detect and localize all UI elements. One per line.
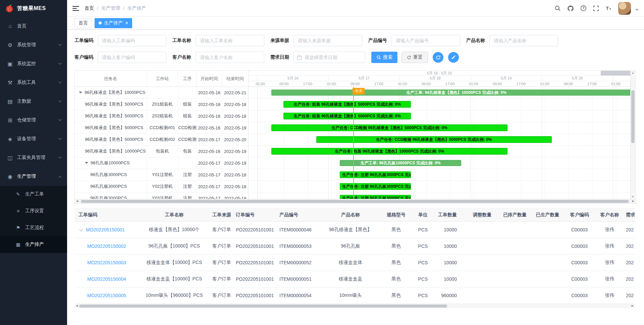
gantt-grid-row[interactable]: 96孔移液盒【黑色】5000PCSZ02组装机组装2022-05-162022-… (75, 110, 248, 122)
order-code-link[interactable]: MO202205150001 (86, 227, 125, 232)
collapse-triangle-icon[interactable] (79, 92, 82, 94)
gantt-grid-row[interactable]: 96孔移液盒【黑色】10000PCS2022-05-162022-05-21 (75, 87, 248, 99)
filter-input[interactable] (98, 35, 166, 46)
scroll-left-arrow-icon[interactable]: ◀ (76, 304, 78, 307)
gantt-bar-task[interactable]: 生产任务: 注塑 96孔孔板3000PCS 完成比例: 0% (340, 195, 411, 199)
filter-input[interactable] (391, 35, 460, 46)
gantt-bar-label: 生产工单: 96孔移液盒【黑色】10000PCS 完成比例: 0% (404, 90, 508, 96)
gantt-bar-project[interactable]: 生产工单: 96孔孔板10000PCS 完成比例: 0% (340, 160, 462, 166)
expand-chevron-icon[interactable] (79, 228, 83, 231)
scroll-right-arrow-icon[interactable]: ▶ (632, 200, 634, 203)
sidebar-item[interactable]: ◉生产管理 (0, 167, 67, 186)
breadcrumb-item[interactable]: 生产排产 (127, 5, 146, 11)
sidebar-subitem[interactable]: ≡工序设置 (0, 203, 67, 219)
gantt-bar-task[interactable]: 生产任务: CCD检测 96孔移液盒【黑色】5000PCS 完成比例: 0% (271, 124, 507, 131)
filter-label: 产品编号 (368, 38, 387, 44)
github-icon[interactable] (567, 5, 574, 12)
filter-label: 产品名称 (466, 38, 485, 44)
sidebar-item[interactable]: ▣系统监控 (0, 54, 67, 73)
gantt-bar-task[interactable]: 生产任务: 包装 96孔移液盒【黑色】10000PCS 完成比例: 0% (271, 148, 507, 155)
gantt-grid-row[interactable]: 96孔孔板3000PCSY01注塑机注塑2022-05-172022-05-18 (75, 169, 248, 181)
gantt-process-cell (178, 157, 197, 169)
timeline-hour-label: 01:00 (398, 82, 407, 86)
gantt-hscroll-thumb[interactable] (81, 200, 629, 203)
order-code-link[interactable]: MO202205150002 (87, 243, 126, 249)
order-code-link[interactable]: MO202205150003 (87, 260, 126, 265)
edit-schedule-button[interactable] (448, 52, 459, 63)
reset-button[interactable]: 重置 (401, 52, 428, 63)
gantt-horizontal-scrollbar[interactable]: ◀ ▶ (75, 199, 636, 203)
gantt-vscroll-thumb[interactable] (631, 90, 635, 143)
sidebar-item[interactable]: ⚙系统管理 (0, 36, 67, 54)
app-logo[interactable]: 苦糖果MES (0, 0, 67, 17)
search-button[interactable]: 搜索 (371, 52, 397, 63)
orders-horizontal-scrollbar[interactable]: ◀ ▶ (74, 304, 635, 308)
refresh-schedule-button[interactable] (433, 52, 443, 63)
text-input (98, 52, 166, 63)
filter-input[interactable] (489, 35, 558, 46)
gantt-bar-task[interactable]: 生产任务: 注塑 96孔孔板3000PCS 完成比例: 0% (340, 171, 411, 178)
help-icon[interactable]: ? (580, 5, 587, 11)
scroll-right-arrow-icon[interactable]: ▶ (632, 304, 634, 307)
tab-item[interactable]: 生产排产× (95, 18, 132, 28)
gantt-grid-row[interactable]: 96孔孔板10000PCS2022-05-172022-05-19 (75, 157, 248, 169)
gantt-bar-label: 生产任务: CCD检测 96孔移液盒【黑色】5000PCS 完成比例: 0% (330, 125, 449, 131)
font-size-icon[interactable]: TT (605, 5, 612, 11)
gantt-grid-row[interactable]: 96孔移液盒【黑色】10000PCS包装机包装2022-05-162022-05… (75, 146, 248, 157)
collapse-triangle-icon[interactable] (85, 162, 88, 164)
order-code-link[interactable]: MO202205150004 (87, 276, 126, 282)
tab-item[interactable]: 首页 (74, 18, 92, 28)
gantt-bar-task[interactable]: 生产任务: 注塑 96孔孔板3000PCS 完成比例: 0% (340, 183, 411, 190)
gantt-grid-row[interactable]: 96孔移液盒【黑色】5000PCSCCD检测#01CCD检测2022-05-16… (75, 122, 248, 134)
scroll-down-arrow-icon[interactable]: ▼ (631, 195, 635, 198)
gantt-bar-task[interactable]: 生产任务: 组装 96孔移液盒【黑色】5000PCS 完成比例: 0% (283, 113, 411, 119)
sidebar-subitem[interactable]: ✎生产工单 (0, 186, 67, 203)
sidebar-item[interactable]: ⊞仓储管理 (0, 111, 67, 129)
scheduling-icon: ▦ (14, 242, 22, 247)
search-icon[interactable] (554, 5, 561, 11)
gantt-grid-row[interactable]: 96孔孔板3000PCSY03注塑机注塑2022-05-172022-05-18 (75, 193, 248, 199)
sidebar-item[interactable]: ◈设备管理 (0, 129, 67, 148)
filter-input[interactable] (293, 52, 365, 63)
order-cell: 10000 (434, 271, 466, 287)
craft-flow-icon: ⚑ (14, 225, 22, 230)
scroll-left-arrow-icon[interactable]: ◀ (76, 200, 78, 203)
gantt-bar-label: 生产任务: 注塑 96孔孔板3000PCS 完成比例: 0% (340, 196, 411, 199)
sidebar-subitem[interactable]: ⚑工艺流程 (0, 219, 67, 236)
gantt-grid-row[interactable]: 96孔移液盒【黑色】5000PCSZ01组装机组装2022-05-162022-… (75, 99, 248, 110)
scroll-up-arrow-icon[interactable]: ▲ (631, 71, 635, 74)
sidebar-item[interactable]: ⚒系统工具 (0, 73, 67, 92)
sidebar-subitem[interactable]: ▦生产排产 (0, 236, 67, 253)
sidebar-toggle-icon[interactable] (72, 5, 79, 11)
filter-input[interactable] (196, 35, 264, 46)
chevron-down-icon (58, 136, 62, 140)
sidebar-item[interactable]: ⌂首页 (0, 17, 67, 36)
filter-input[interactable] (98, 52, 166, 63)
gantt-task-name-cell: 96孔移液盒【黑色】10000PCS (75, 146, 147, 157)
orders-column-header: 工单编码 (74, 209, 138, 221)
sidebar-subitem-label: 工序设置 (25, 208, 67, 214)
user-avatar[interactable] (618, 2, 631, 15)
sidebar-item[interactable]: ▤主数据 (0, 92, 67, 111)
order-code-link[interactable]: MO202205150005 (87, 293, 126, 298)
gantt-bar-task[interactable]: 生产任务: 组装 96孔移液盒【黑色】5000PCS 完成比例: 0% (283, 101, 411, 108)
task-name-text: 96孔孔板3000PCS (90, 195, 127, 199)
orders-hscroll-thumb[interactable] (79, 305, 447, 308)
close-icon[interactable]: × (125, 20, 128, 26)
breadcrumb-item[interactable]: 生产管理 (101, 5, 120, 11)
sidebar-item[interactable]: ◫工装夹具管理 (0, 148, 67, 167)
fullscreen-icon[interactable] (593, 5, 599, 11)
gantt-body: 任务名工作站工序开始时间结束时间 96孔移液盒【黑色】10000PCS2022-… (75, 71, 636, 199)
breadcrumb-item[interactable]: 首页 (85, 5, 94, 11)
order-row: MO20220515000510mm吸头【960000】PCS客户订单PO202… (74, 287, 635, 304)
gantt-grid-row[interactable]: 96孔孔板3000PCSY02注塑机注塑2022-05-172022-05-18 (75, 181, 248, 193)
gantt-bar-task[interactable]: 生产任务: CCD检测 96孔移液盒【黑色】5000PCS 完成比例: 0% (316, 136, 552, 143)
filter-input[interactable] (196, 52, 264, 63)
gantt-column-header: 工序 (178, 71, 197, 87)
gantt-grid-row[interactable]: 96孔移液盒【黑色】5000PCSCCD检测#02CCD检测2022-05-17… (75, 134, 248, 146)
gantt-vertical-scrollbar[interactable]: ▲ ▼ (630, 71, 635, 199)
filter-input[interactable] (293, 35, 362, 46)
gantt-bar-project[interactable]: 生产工单: 96孔移液盒【黑色】10000PCS 完成比例: 0% (271, 90, 630, 96)
gantt-timeline-row: 生产任务: CCD检测 96孔移液盒【黑色】5000PCS 完成比例: 0% (249, 134, 630, 146)
user-menu-caret-icon[interactable] (635, 9, 639, 12)
